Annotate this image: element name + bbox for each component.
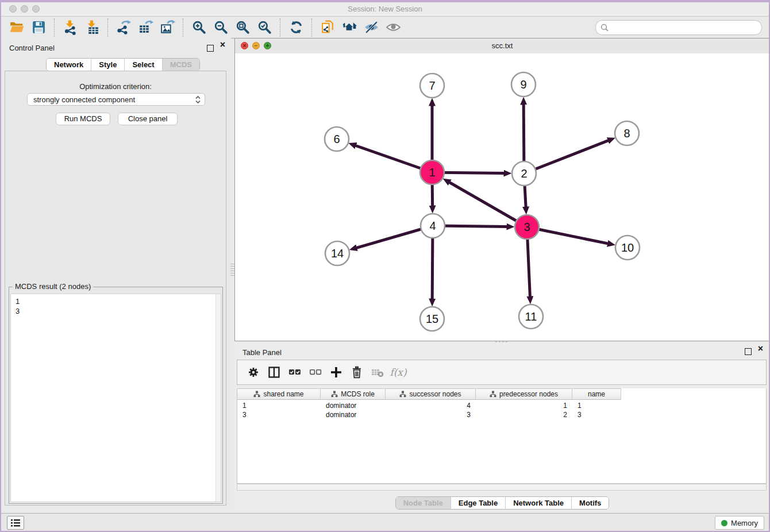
graph-node-14[interactable]: 14 — [325, 241, 349, 265]
save-session-button[interactable] — [28, 18, 49, 37]
network-view-window: × − + scc.txt 7968124314101511 — [234, 38, 770, 341]
graph-node-6[interactable]: 6 — [325, 127, 349, 151]
memory-button[interactable]: Memory — [715, 516, 764, 530]
table-cell-successor_nodes[interactable]: 3 — [386, 410, 476, 419]
deselect-all-button[interactable] — [305, 363, 326, 382]
copy-style-button[interactable] — [317, 18, 338, 37]
columns-icon — [267, 365, 281, 379]
graph-node-7[interactable]: 7 — [420, 74, 444, 98]
svg-text:11: 11 — [525, 310, 537, 323]
run-mcds-button[interactable]: Run MCDS — [56, 113, 110, 125]
tab-mcds[interactable]: MCDS — [162, 59, 199, 71]
delete-row-button[interactable] — [346, 363, 367, 382]
table-row-3: 3dominator323 — [237, 410, 621, 419]
mcds-result-area[interactable]: 1 3 — [10, 294, 221, 502]
table-cell-name[interactable]: 3 — [572, 410, 621, 419]
export-table-button[interactable] — [134, 18, 156, 37]
search-input[interactable] — [611, 22, 761, 33]
tab-edge-table[interactable]: Edge Table — [451, 497, 505, 509]
column-header-shared-name[interactable]: shared name — [237, 388, 321, 400]
table-hscrollbar[interactable] — [237, 484, 767, 491]
graph-node-15[interactable]: 15 — [420, 307, 444, 331]
graph-node-4[interactable]: 4 — [421, 214, 445, 238]
tab-network-table[interactable]: Network Table — [505, 497, 571, 509]
zoom-in-icon — [191, 20, 207, 35]
table-tabs-strip: Node TableEdge TableNetwork TableMotifs — [234, 493, 770, 512]
hide-selected-button[interactable] — [360, 18, 382, 37]
task-history-button[interactable] — [7, 516, 24, 530]
column-header-predecessor-nodes[interactable]: predecessor nodes — [476, 388, 572, 400]
zoom-fit-button[interactable] — [232, 18, 253, 37]
refresh-layout-button[interactable] — [285, 18, 307, 37]
export-network-button[interactable] — [113, 18, 134, 37]
criterion-dropdown[interactable]: strongly connected component — [27, 93, 205, 106]
graph-node-11[interactable]: 11 — [519, 304, 543, 329]
table-cell-name[interactable]: 1 — [572, 401, 621, 410]
hide-selected-icon — [364, 20, 379, 35]
column-type-icon — [490, 391, 496, 398]
column-header-name[interactable]: name — [572, 388, 621, 400]
graph-node-1[interactable]: 1 — [420, 160, 444, 184]
graph-edge-2-8[interactable] — [524, 141, 608, 174]
tab-style[interactable]: Style — [91, 59, 124, 71]
table-cell-predecessor_nodes[interactable]: 2 — [476, 410, 572, 419]
graph-edge-3-1[interactable] — [449, 183, 527, 228]
graph-node-2[interactable]: 2 — [512, 161, 536, 186]
close-panel-button[interactable]: Close panel — [118, 113, 178, 125]
network-canvas[interactable]: 7968124314101511 — [235, 53, 769, 341]
table-close-icon[interactable]: × — [758, 344, 763, 353]
memory-label: Memory — [731, 519, 758, 527]
node-table: shared nameMCDS rolesuccessor nodesprede… — [237, 388, 767, 484]
show-all-button[interactable] — [382, 18, 404, 37]
table-panel-title: Table Panel — [242, 348, 282, 357]
columns-button[interactable] — [264, 363, 284, 382]
add-row-button[interactable] — [326, 363, 346, 382]
settings-button[interactable] — [243, 363, 264, 382]
graph-node-9[interactable]: 9 — [511, 72, 536, 97]
zoom-in-button[interactable] — [188, 18, 210, 37]
refresh-layout-icon — [288, 20, 304, 35]
select-all-button[interactable] — [284, 363, 305, 382]
zoom-fit-icon — [235, 20, 251, 35]
graph-node-3[interactable]: 3 — [515, 215, 539, 239]
application-window: Session: New Session Control Panel × Net… — [0, 0, 770, 532]
table-cell-shared_name[interactable]: 3 — [237, 410, 321, 419]
import-table-button[interactable] — [81, 18, 103, 37]
close-panel-icon[interactable]: × — [220, 40, 225, 49]
zoom-selected-button[interactable] — [253, 18, 275, 37]
graph-node-8[interactable]: 8 — [615, 121, 639, 145]
tab-network[interactable]: Network — [47, 59, 91, 71]
zoom-out-icon — [213, 20, 229, 35]
table-cell-mcds_role[interactable]: dominator — [321, 401, 386, 410]
svg-text:3: 3 — [523, 221, 530, 233]
tab-motifs[interactable]: Motifs — [571, 497, 609, 509]
graph-node-10[interactable]: 10 — [615, 236, 640, 260]
network-title: scc.txt — [235, 41, 769, 50]
svg-text:10: 10 — [621, 241, 634, 254]
result-scrollbar[interactable] — [215, 294, 221, 502]
export-image-button[interactable] — [156, 18, 178, 37]
export-table-icon — [138, 20, 153, 35]
add-row-icon — [329, 365, 343, 379]
mcds-result-values: 1 3 — [16, 296, 20, 316]
first-neighbors-button[interactable] — [338, 18, 360, 37]
tab-node-table[interactable]: Node Table — [396, 497, 451, 509]
table-cell-shared_name[interactable]: 1 — [237, 401, 321, 410]
open-file-button[interactable] — [6, 18, 28, 37]
vertical-splitter-handle[interactable] — [230, 262, 234, 277]
table-float-icon[interactable] — [745, 348, 752, 355]
table-cell-mcds_role[interactable]: dominator — [321, 410, 386, 419]
settings-icon — [247, 365, 260, 379]
svg-text:1: 1 — [429, 166, 435, 179]
table-cell-predecessor_nodes[interactable]: 1 — [476, 401, 572, 410]
network-window-titlebar: × − + scc.txt — [235, 38, 769, 54]
import-network-button[interactable] — [59, 18, 81, 37]
table-cell-successor_nodes[interactable]: 4 — [386, 401, 476, 410]
save-session-icon — [31, 20, 47, 35]
zoom-out-button[interactable] — [210, 18, 232, 37]
column-header-MCDS-role[interactable]: MCDS role — [321, 388, 386, 400]
first-neighbors-icon — [342, 20, 357, 35]
column-header-successor-nodes[interactable]: successor nodes — [386, 388, 476, 400]
tab-select[interactable]: Select — [124, 59, 161, 71]
float-panel-icon[interactable] — [207, 45, 214, 52]
